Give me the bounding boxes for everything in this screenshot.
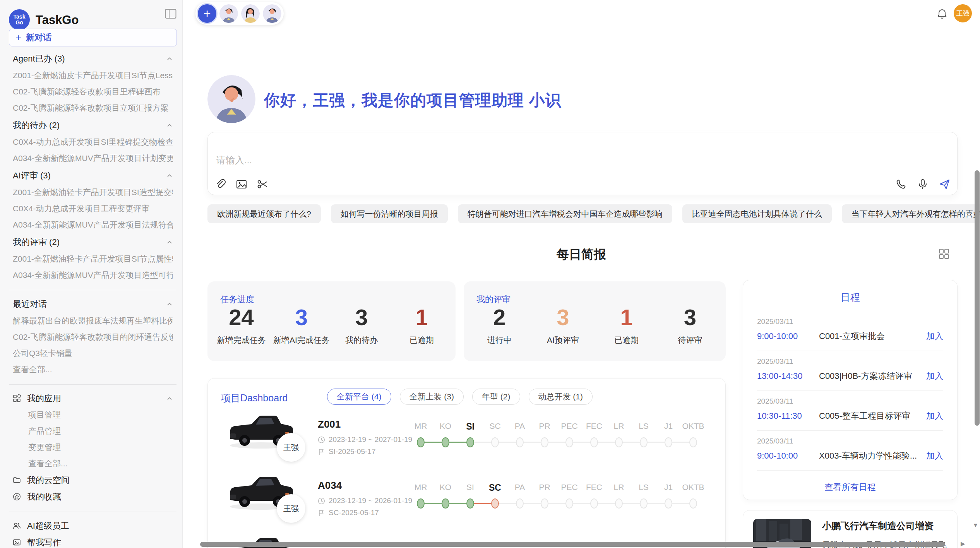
project-dates-text: 2023-12-19 ~ 2027-01-19 bbox=[329, 435, 412, 444]
sidebar-app-item[interactable]: 变更管理 bbox=[13, 439, 173, 456]
dashboard-tab[interactable]: 动总开发 (1) bbox=[529, 389, 593, 405]
schedule-name: C001-立项审批会 bbox=[819, 331, 921, 342]
milestone-dot bbox=[417, 437, 425, 447]
project-owner-badge: 王强 bbox=[277, 433, 305, 462]
milestone-labels: MRKOSISCPAPRPECFECLRLSJ1OKTB bbox=[408, 421, 718, 432]
schedule-card: 日程 2025/03/11 9:00-10:00 C001-立项审批会 加入20… bbox=[743, 280, 958, 500]
sidebar-item[interactable]: C02-飞腾新能源轻客改款项目的闭环通告反馈情况 bbox=[13, 329, 173, 345]
sidebar-section-header[interactable]: 我的待办 (2) bbox=[13, 117, 173, 134]
milestone-dot bbox=[516, 498, 524, 509]
sidebar-section-header[interactable]: 我的评审 (2) bbox=[13, 234, 173, 251]
agent-avatar-bar: + bbox=[195, 2, 284, 25]
sidebar-item[interactable]: C02-飞腾新能源轻客改款项目里程碑画布 bbox=[13, 84, 173, 100]
sidebar-item-my-apps[interactable]: 我的应用 bbox=[13, 390, 173, 407]
project-row[interactable]: 王强Z0012023-12-19 ~ 2027-01-19SI-2025-05-… bbox=[208, 403, 725, 464]
suggestion-chip[interactable]: 欧洲新规最近颁布了什么? bbox=[207, 204, 321, 223]
sidebar-item[interactable]: C02-飞腾新能源轻客改款项目立项汇报方案 bbox=[13, 100, 173, 116]
stat-value: 3 bbox=[531, 305, 595, 329]
join-link[interactable]: 加入 bbox=[926, 450, 943, 462]
chevron-up-icon bbox=[166, 239, 173, 246]
schedule-name: C003|H0B-方案冻结评审 bbox=[819, 370, 921, 382]
suggestion-chip[interactable]: 比亚迪全固态电池计划具体说了什么 bbox=[682, 204, 832, 223]
view-all-schedule-link[interactable]: 查看所有日程 bbox=[743, 481, 957, 493]
sidebar-tool-label: AI超级员工 bbox=[27, 520, 69, 532]
chevron-up-icon bbox=[166, 122, 173, 129]
sidebar-collapse-icon[interactable] bbox=[165, 9, 176, 19]
sidebar-item[interactable]: 解释最新出台的欧盟报废车法规再生塑料比例被调至15%... bbox=[13, 313, 173, 329]
mic-icon[interactable] bbox=[917, 178, 929, 190]
brief-layout-icon[interactable] bbox=[938, 248, 950, 260]
project-row[interactable]: 王强A0342023-12-19 ~ 2026-01-19SC-2025-05-… bbox=[208, 464, 725, 525]
schedule-time: 10:30-11:30 bbox=[757, 411, 819, 421]
sidebar-item[interactable]: 查看全部... bbox=[13, 361, 173, 378]
image-icon[interactable] bbox=[236, 178, 247, 190]
stat-column: 3新增AI完成任务 bbox=[271, 305, 331, 346]
sidebar-item[interactable]: A034-全新新能源MUV产品开发项目计划变更表编写 bbox=[13, 150, 173, 166]
agent-avatar-3[interactable] bbox=[263, 4, 281, 23]
suggestion-chip[interactable]: 当下年轻人对汽车外观有怎样的喜好趋势 bbox=[842, 204, 980, 223]
schedule-time: 9:00-10:00 bbox=[757, 451, 819, 461]
sidebar-item[interactable]: A034-全新新能源MUV产品开发项目法规符合性评审 bbox=[13, 217, 173, 233]
dashboard-tab[interactable]: 年型 (2) bbox=[472, 389, 520, 405]
phone-icon[interactable] bbox=[895, 178, 907, 190]
sidebar-item[interactable]: C0X4-动力总成开发项目工程变更评审 bbox=[13, 200, 173, 217]
scissors-icon[interactable] bbox=[257, 178, 268, 190]
agent-avatar-1[interactable] bbox=[219, 4, 238, 23]
milestone-label: MR bbox=[408, 483, 433, 493]
dashboard-tab[interactable]: 全新上装 (3) bbox=[400, 389, 464, 405]
sidebar-app-item[interactable]: 查看全部... bbox=[13, 456, 173, 472]
scroll-right-arrow[interactable]: ▶ bbox=[961, 540, 965, 547]
milestone-dot bbox=[442, 437, 449, 447]
user-avatar[interactable]: 王强 bbox=[954, 4, 972, 22]
flag-icon bbox=[318, 448, 325, 456]
suggestion-chip[interactable]: 特朗普可能对进口汽车增税会对中国车企造成哪些影响 bbox=[458, 204, 672, 223]
join-link[interactable]: 加入 bbox=[926, 410, 943, 422]
sidebar-tool-photo[interactable]: 帮我写作 bbox=[13, 534, 173, 548]
join-link[interactable]: 加入 bbox=[926, 370, 943, 382]
join-link[interactable]: 加入 bbox=[926, 331, 943, 342]
milestone-label: J1 bbox=[656, 421, 681, 432]
sidebar-item[interactable]: A034-全新新能源MUV产品开发项目造型可行性评审 bbox=[13, 267, 173, 283]
sidebar-item[interactable]: Z001-全新燃油轻卡产品开发项目SI节点属性5D文件评审 bbox=[13, 251, 173, 267]
milestone-label: OKTB bbox=[681, 483, 706, 493]
sidebar-app-item[interactable]: 产品管理 bbox=[13, 423, 173, 439]
milestone-label: PA bbox=[507, 483, 532, 493]
milestone-label: SI bbox=[458, 483, 483, 493]
agent-avatar-2[interactable] bbox=[241, 4, 260, 23]
stat-column: 24新增完成任务 bbox=[211, 305, 271, 346]
milestone-label: LS bbox=[631, 421, 656, 432]
suggestion-chip[interactable]: 如何写一份清晰的项目周报 bbox=[331, 204, 448, 223]
stat-value: 1 bbox=[595, 305, 658, 329]
dashboard-tab[interactable]: 全新平台 (4) bbox=[327, 389, 391, 405]
milestone-track: MRKOSISCPAPRPECFECLRLSJ1OKTB bbox=[408, 421, 718, 448]
scroll-down-arrow[interactable]: ▼ bbox=[973, 522, 978, 528]
add-agent-button[interactable]: + bbox=[198, 4, 216, 23]
horizontal-scrollbar[interactable] bbox=[200, 542, 945, 547]
milestone-dots bbox=[408, 437, 718, 448]
app-window: Task Go TaskGo + 新对话 Agent已办 (3)Z001-全新燃… bbox=[0, 0, 980, 548]
chat-input[interactable] bbox=[216, 155, 681, 166]
project-flag-milestone: SI-2025-05-17 bbox=[318, 447, 375, 456]
sidebar-tool-users[interactable]: AI超级员工 bbox=[13, 517, 173, 534]
sidebar-item-star[interactable]: 我的收藏 bbox=[13, 488, 173, 505]
stat-card-stats: 24新增完成任务3新增AI完成任务3我的待办1已逾期 bbox=[211, 305, 452, 346]
send-icon[interactable] bbox=[939, 178, 950, 190]
attachment-icon[interactable] bbox=[215, 178, 226, 190]
sidebar-item[interactable]: 公司Q3轻卡销量 bbox=[13, 345, 173, 361]
sidebar-item[interactable]: Z001-全新燃油皮卡产品开发项目SI节点Lesson Learn报告 bbox=[13, 67, 173, 84]
sidebar-section-header[interactable]: Agent已办 (3) bbox=[13, 50, 173, 67]
star-icon bbox=[13, 493, 21, 501]
sidebar-item[interactable]: Z001-全新燃油轻卡产品开发项目SI造型提交物评审 bbox=[13, 184, 173, 200]
project-flag-text: SC-2025-05-17 bbox=[329, 509, 379, 517]
sidebar-app-item[interactable]: 项目管理 bbox=[13, 407, 173, 423]
sidebar-item-folder[interactable]: 我的云空间 bbox=[13, 472, 173, 488]
stat-card-title: 任务进度 bbox=[220, 294, 254, 305]
sidebar-section-header[interactable]: 最近对话 bbox=[13, 296, 173, 313]
notification-bell-icon[interactable] bbox=[937, 9, 947, 19]
chat-input-box[interactable] bbox=[207, 132, 958, 195]
sidebar-section-title: 我的评审 (2) bbox=[13, 236, 60, 248]
vertical-scrollbar[interactable] bbox=[975, 170, 980, 426]
sidebar-section-header[interactable]: AI评审 (3) bbox=[13, 167, 173, 184]
sidebar-item[interactable]: C0X4-动力总成开发项目SI里程碑提交物检查 bbox=[13, 134, 173, 150]
new-chat-button[interactable]: + 新对话 bbox=[9, 29, 177, 46]
